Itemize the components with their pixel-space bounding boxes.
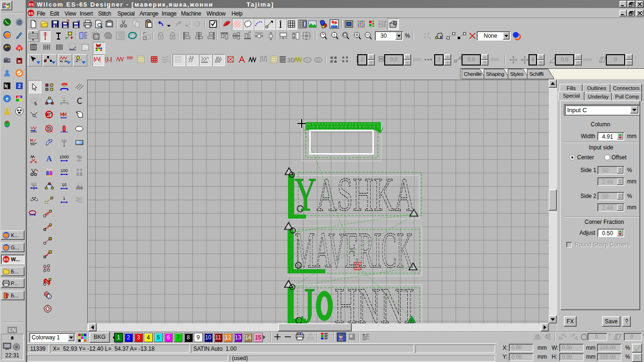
svg-text:HNNI: HNNI	[334, 278, 414, 323]
svg-text:@: @	[17, 19, 22, 25]
svg-text:Schiffli: Schiffli	[529, 71, 544, 77]
svg-text:A: A	[46, 155, 52, 163]
svg-text:2: 2	[18, 83, 21, 89]
svg-text:Styles: Styles	[510, 71, 524, 77]
svg-text:Chenille: Chenille	[464, 71, 482, 77]
svg-text:1000: 1000	[60, 155, 69, 159]
svg-text:Y: Y	[295, 168, 316, 221]
svg-text:R: R	[18, 59, 21, 64]
svg-text:ES: ES	[28, 11, 33, 16]
svg-text:10: 10	[62, 182, 66, 187]
svg-text:e: e	[6, 96, 8, 101]
svg-text:1: 1	[63, 196, 65, 201]
svg-text:J: J	[301, 278, 315, 323]
svg-text:ES: ES	[4, 257, 9, 262]
svg-text:1: 1	[333, 33, 336, 37]
svg-text:ES: ES	[29, 2, 33, 7]
svg-text:ASHKA: ASHKA	[316, 168, 415, 221]
svg-text:MAVERICK: MAVERICK	[295, 222, 413, 278]
svg-text:Shaping: Shaping	[486, 71, 504, 77]
svg-text:KR: KR	[17, 96, 22, 99]
svg-text:100: 100	[60, 168, 67, 173]
